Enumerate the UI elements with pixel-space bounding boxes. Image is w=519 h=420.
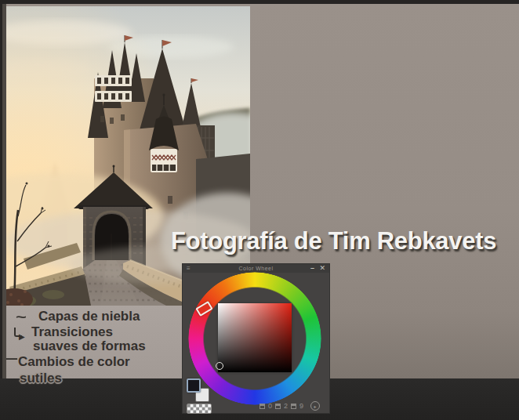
status-value: 2 <box>284 402 288 410</box>
note-cambios-line1: Cambios de color <box>18 355 130 369</box>
status-value: 0 <box>268 402 272 410</box>
photo-credit-title: Fotografía de Tim Rebkavets <box>171 227 496 255</box>
color-status-row: 0 2 9 ▸ <box>260 400 320 411</box>
corner-arrow-icon: ▶ <box>14 326 25 341</box>
color-wheel-panel: ≡ Color Wheel – ✕ 0 2 9 ▸ <box>183 264 329 413</box>
note-transiciones-line2: suaves de formas <box>33 339 146 353</box>
note-transiciones-line1: Transiciones <box>31 325 113 339</box>
minimize-icon[interactable]: – <box>310 264 314 273</box>
corner-arrow-head: ▶ <box>19 332 25 341</box>
swatch-mini-icon <box>260 404 265 409</box>
panel-title: Color Wheel <box>183 266 329 271</box>
castle-photo <box>6 6 250 306</box>
castle-illustration <box>6 6 250 306</box>
close-icon[interactable]: ✕ <box>319 264 325 273</box>
swatch-mini-icon <box>291 404 296 409</box>
dash-icon: – <box>5 350 18 367</box>
note-capas-de-niebla: Capas de niebla <box>38 310 140 324</box>
status-value: 9 <box>299 402 303 410</box>
saturation-value-box[interactable] <box>218 303 292 372</box>
circle-arrow-icon[interactable]: ▸ <box>310 401 320 411</box>
foreground-color-swatch[interactable] <box>187 378 201 393</box>
swatch-mini-icon <box>275 404 281 409</box>
note-cambios-line2: sutiles <box>20 371 62 386</box>
transparent-color-swatch[interactable] <box>187 404 212 414</box>
saturation-value-cursor[interactable] <box>216 362 223 370</box>
tilde-icon: ~ <box>16 310 27 325</box>
